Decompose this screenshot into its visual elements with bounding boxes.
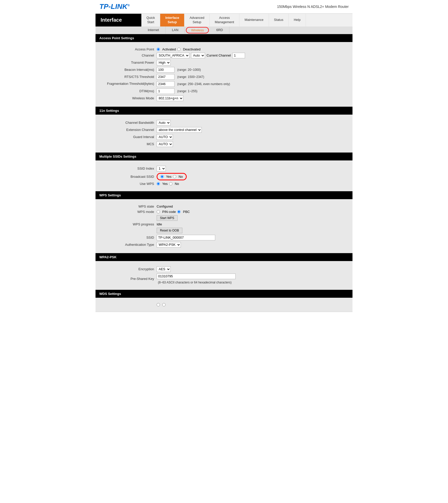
logo: TP-LINK® xyxy=(99,3,130,11)
tab-status[interactable]: Status xyxy=(269,14,289,26)
mcs-row: MCS AUTO xyxy=(101,141,347,147)
rts-control: (range: 1500~2347) xyxy=(157,74,204,80)
encryption-select[interactable]: AES xyxy=(157,266,171,272)
wds-radio2[interactable] xyxy=(162,303,166,306)
wireless-mode-control: 802.11b+g+n xyxy=(157,96,183,101)
wps-progress-control: Idle xyxy=(157,222,162,226)
wds-radio1[interactable] xyxy=(157,303,160,306)
wireless-mode-label: Wireless Mode xyxy=(101,96,157,100)
guard-interval-select[interactable]: AUTO xyxy=(157,134,173,140)
reset-oob-row: Reset to OOB xyxy=(101,228,347,233)
wds-placeholder-row xyxy=(101,303,347,306)
rts-label: RTS/CTS Threshold xyxy=(101,75,157,79)
tab-advanced-setup[interactable]: Advanced Setup xyxy=(184,14,210,26)
wps-mode-pin-label: PIN code xyxy=(162,210,176,214)
auth-type-label: Authentication Type xyxy=(101,243,157,247)
channel-select[interactable]: SOUTH_AFRICA xyxy=(157,53,189,58)
use-wps-yes-radio[interactable] xyxy=(157,182,160,185)
broadcast-ssid-row: Broadcast SSID Yes No xyxy=(101,173,347,180)
use-wps-control: Yes No xyxy=(157,182,179,186)
rts-hint: (range: 1500~2347) xyxy=(177,75,204,79)
mcs-control: AUTO xyxy=(157,141,173,147)
section-header-11n: 11n Settings xyxy=(96,107,352,115)
rts-input[interactable] xyxy=(157,74,174,80)
ssid-label: SSID xyxy=(101,236,157,239)
ssid-input[interactable] xyxy=(157,235,215,240)
dtim-control: (range: 1~255) xyxy=(157,88,197,94)
subtab-lan[interactable]: LAN xyxy=(166,26,185,34)
auth-type-control: WPA2-PSK xyxy=(157,242,181,248)
channel-bandwidth-control: Auto xyxy=(157,120,171,126)
wps-state-value: Configured xyxy=(157,205,173,208)
reset-oob-button[interactable]: Reset to OOB xyxy=(157,228,182,233)
ssid-control xyxy=(157,235,215,240)
start-wps-button[interactable]: Start WPS xyxy=(157,215,178,221)
wps-mode-pin-radio[interactable] xyxy=(157,210,160,213)
transmit-power-label: Transmit Power xyxy=(101,61,157,64)
wps-mode-pbc-radio[interactable] xyxy=(177,210,181,213)
pre-shared-key-label: Pre-Shared Key xyxy=(101,277,157,281)
use-wps-yes-label: Yes xyxy=(162,182,168,186)
ssid-index-control: 1 xyxy=(157,166,166,171)
auth-type-row: Authentication Type WPA2-PSK xyxy=(101,242,347,248)
auth-type-select[interactable]: WPA2-PSK xyxy=(157,242,181,248)
section-header-access-point: Access Point Settings xyxy=(96,34,352,42)
transmit-power-control: High xyxy=(157,60,171,65)
tab-interface-setup[interactable]: Interface Setup xyxy=(160,14,184,26)
current-channel-input[interactable] xyxy=(232,53,245,58)
ssid-index-label: SSID Index xyxy=(101,167,157,170)
beacon-hint: (range: 20~1000) xyxy=(177,68,201,72)
beacon-control: (range: 20~1000) xyxy=(157,67,201,73)
broadcast-yes-radio[interactable] xyxy=(160,175,164,178)
dtim-hint: (range: 1~255) xyxy=(177,89,197,93)
guard-interval-row: Guard Interval AUTO xyxy=(101,134,347,140)
use-wps-no-label: No xyxy=(175,182,179,186)
tab-help[interactable]: Help xyxy=(289,14,306,26)
nav-tabs: Quick Start Interface Setup Advanced Set… xyxy=(141,14,352,26)
use-wps-no-radio[interactable] xyxy=(169,182,172,185)
channel-bandwidth-label: Channel Bandwidth xyxy=(101,121,157,125)
subtab-wireless[interactable]: Wireless xyxy=(186,27,209,33)
ssid-index-select[interactable]: 1 xyxy=(157,166,166,171)
channel-label: Channel xyxy=(101,53,157,57)
wireless-mode-row: Wireless Mode 802.11b+g+n xyxy=(101,96,347,101)
channel-row: Channel SOUTH_AFRICA Auto Current Channe… xyxy=(101,53,347,58)
wps-mode-control: PIN code PBC xyxy=(157,210,190,214)
device-name: 150Mbps Wireless N ADSL2+ Modem Router xyxy=(277,5,349,9)
tab-access-management[interactable]: Access Management xyxy=(210,14,239,26)
broadcast-yes-label: Yes xyxy=(166,175,171,179)
subtab-6rd[interactable]: 6RD xyxy=(210,26,229,34)
wps-mode-label: WPS mode xyxy=(101,210,157,214)
wps-progress-value: Idle xyxy=(157,222,162,226)
frag-row: Fragmentation Threshold(bytes) (range: 2… xyxy=(101,81,347,87)
tab-quick-start[interactable]: Quick Start xyxy=(141,14,160,26)
mcs-select[interactable]: AUTO xyxy=(157,141,173,147)
subtab-internet[interactable]: Internet xyxy=(141,26,166,34)
tab-maintenance[interactable]: Maintenance xyxy=(239,14,269,26)
wps-state-row: WPS state Configured xyxy=(101,205,347,208)
wireless-mode-select[interactable]: 802.11b+g+n xyxy=(157,96,183,101)
extension-channel-select[interactable]: above the control channel xyxy=(157,127,202,133)
broadcast-no-radio[interactable] xyxy=(173,175,176,178)
pre-shared-key-input[interactable] xyxy=(157,274,236,279)
current-channel-label: Current Channel xyxy=(207,53,231,57)
logo-text: TP-LINK xyxy=(99,3,127,10)
beacon-input[interactable] xyxy=(157,67,174,73)
transmit-power-select[interactable]: High xyxy=(157,60,171,65)
dtim-input[interactable] xyxy=(157,88,174,94)
extension-channel-row: Extension Channel above the control chan… xyxy=(101,127,347,133)
section-header-wpa2: WPA2-PSK xyxy=(96,253,352,261)
broadcast-ssid-label: Broadcast SSID xyxy=(101,175,157,179)
channel-bandwidth-select[interactable]: Auto xyxy=(157,120,171,126)
use-wps-row: Use WPS Yes No xyxy=(101,182,347,186)
extension-channel-label: Extension Channel xyxy=(101,128,157,132)
section-body-11n: Channel Bandwidth Auto Extension Channel… xyxy=(96,115,352,153)
ssid-row: SSID xyxy=(101,235,347,240)
access-point-deactivated-radio[interactable] xyxy=(177,48,181,51)
start-wps-control: Start WPS xyxy=(157,215,178,221)
page-header: TP-LINK® 150Mbps Wireless N ADSL2+ Modem… xyxy=(96,0,352,14)
encryption-label: Encryption xyxy=(101,267,157,271)
channel-auto-select[interactable]: Auto xyxy=(191,53,205,58)
frag-input[interactable] xyxy=(157,81,174,87)
access-point-activated-radio[interactable] xyxy=(157,48,160,51)
